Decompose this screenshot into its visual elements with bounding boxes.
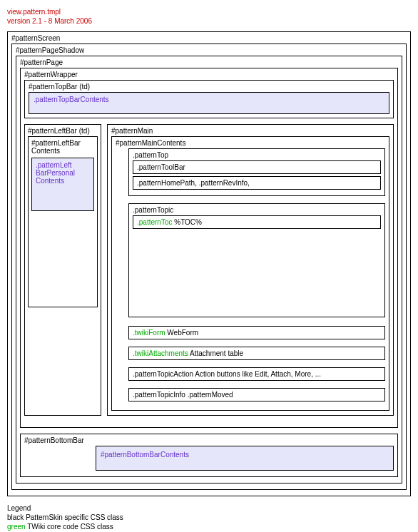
pattern-main-contents: #patternMainContents .patternTop .patter… [111,136,389,411]
version: version 2.1 - 8 March 2006 [7,16,411,26]
pattern-top-bar-label: #patternTopBar (td) [29,83,389,91]
pattern-top: .patternTop .patternToolBar .patternHome… [128,148,385,196]
pattern-top-bar-contents-label: .patternTopBarContents [34,96,109,103]
pattern-page-shadow-label: #patternPageShadow [16,46,402,54]
pattern-bottom-bar-label: #patternBottomBar [24,436,394,444]
personal-line-3: Contents [36,177,90,185]
pattern-left-bar-personal-contents: .patternLeft BarPersonal Contents [31,158,94,211]
pattern-screen: #patternScreen #patternPageShadow #patte… [7,31,411,496]
pattern-topic-action-label: .patternTopicAction Action buttons like … [133,370,321,378]
pattern-topic-info: .patternTopicInfo .patternMoved [128,388,385,401]
two-column-layout: #patternLeftBar (td) #patternLeftBar Con… [24,124,394,416]
personal-line-1: .patternLeft [36,161,90,169]
legend-black: black PatternSkin specific CSS class [7,513,411,522]
pattern-left-bar-contents-label-1: #patternLeftBar [31,139,94,147]
pattern-left-bar-label: #patternLeftBar (td) [28,127,98,135]
pattern-screen-label: #patternScreen [11,34,407,42]
pattern-left-bar: #patternLeftBar (td) #patternLeftBar Con… [24,124,101,416]
legend-green-label: green [7,523,26,531]
pattern-toolbar-label: .patternToolBar [137,163,185,171]
twiki-attachments-text: Attachment table [188,349,243,357]
pattern-toc: .patternToc %TOC% [133,215,381,229]
pattern-topic-info-label: .patternTopicInfo .patternMoved [133,391,233,399]
pattern-wrapper-label: #patternWrapper [24,71,394,78]
pattern-main-contents-label: #patternMainContents [116,139,385,147]
pattern-main-label: #patternMain [111,127,389,135]
pattern-left-bar-contents-label-2: Contents [31,147,94,155]
twiki-attachments-class: .twikiAttachments [133,349,188,357]
legend-green: green TWiki core code CSS class [7,522,411,531]
pattern-top-bar: #patternTopBar (td) .patternTopBarConten… [24,80,394,118]
pattern-home-path: .patternHomePath, .patternRevInfo, [133,176,381,190]
pattern-toolbar: .patternToolBar [133,160,381,174]
legend: Legend black PatternSkin specific CSS cl… [7,503,411,532]
pattern-left-bar-contents: #patternLeftBar Contents .patternLeft Ba… [28,136,98,307]
pattern-topic: .patternTopic .patternToc %TOC% [128,203,385,317]
pattern-bottom-bar-contents-label: #patternBottomBarContents [101,451,189,459]
pattern-toc-class: .patternToc [137,218,172,226]
file-name: view.pattern.tmpl [7,7,411,16]
pattern-topic-action: .patternTopicAction Action buttons like … [128,367,385,381]
pattern-top-bar-contents: .patternTopBarContents [29,92,389,114]
header: view.pattern.tmpl version 2.1 - 8 March … [7,7,411,26]
pattern-bottom-bar-contents: #patternBottomBarContents [96,446,394,471]
pattern-page-shadow: #patternPageShadow #patternPage #pattern… [11,44,407,490]
twiki-form-text: WebForm [165,329,199,337]
pattern-topic-label: .patternTopic [133,206,381,214]
twiki-form-class: .twikiForm [133,329,165,337]
pattern-main: #patternMain #patternMainContents .patte… [107,124,394,416]
twiki-attachments: .twikiAttachments Attachment table [128,347,385,360]
legend-black-label: black [7,513,24,521]
legend-title: Legend [7,503,411,513]
pattern-page-label: #patternPage [20,58,398,66]
pattern-home-path-label: .patternHomePath, .patternRevInfo, [137,179,250,187]
pattern-page: #patternPage #patternWrapper #patternTop… [16,56,402,484]
personal-line-2: BarPersonal [36,169,90,177]
pattern-wrapper: #patternWrapper #patternTopBar (td) .pat… [20,68,398,428]
pattern-top-label: .patternTop [133,151,381,159]
pattern-bottom-bar: #patternBottomBar #patternBottomBarConte… [20,434,398,477]
legend-black-text: PatternSkin specific CSS class [24,513,123,521]
legend-green-text: TWiki core code CSS class [26,523,113,531]
pattern-toc-text: %TOC% [172,218,202,226]
twiki-form: .twikiForm WebForm [128,326,385,339]
